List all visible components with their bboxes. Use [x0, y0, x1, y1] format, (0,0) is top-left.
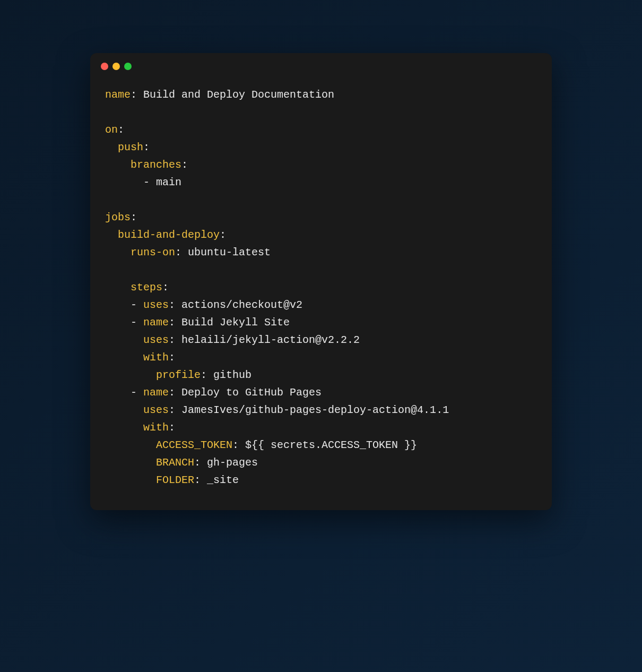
- yaml-key: ACCESS_TOKEN: [156, 439, 232, 451]
- yaml-key: uses: [143, 299, 169, 311]
- yaml-key: name: [105, 89, 131, 101]
- yaml-dash: -: [131, 316, 143, 329]
- yaml-key: BRANCH: [156, 456, 194, 469]
- yaml-value: gh-pages: [207, 456, 258, 469]
- yaml-value: _site: [207, 474, 239, 486]
- yaml-key: jobs: [105, 211, 131, 223]
- yaml-value: Build and Deploy Documentation: [143, 89, 334, 101]
- yaml-key: on: [105, 124, 118, 136]
- yaml-key: profile: [156, 369, 201, 381]
- yaml-value: Build Jekyll Site: [181, 316, 290, 329]
- code-window: name: Build and Deploy Documentation on:…: [90, 53, 552, 510]
- maximize-icon[interactable]: [124, 63, 132, 70]
- yaml-key: name: [143, 386, 169, 399]
- yaml-value: - main: [143, 176, 181, 188]
- yaml-key: steps: [131, 281, 162, 294]
- yaml-key: uses: [143, 334, 169, 346]
- yaml-key: FOLDER: [156, 474, 194, 486]
- yaml-key: build-and-deploy: [118, 229, 220, 241]
- yaml-key: with: [143, 421, 169, 434]
- close-icon[interactable]: [101, 63, 108, 70]
- yaml-value: github: [213, 369, 251, 381]
- yaml-value: Deploy to GitHub Pages: [181, 386, 322, 399]
- yaml-value: ubuntu-latest: [188, 246, 271, 259]
- yaml-value: actions/checkout@v2: [181, 299, 302, 311]
- yaml-value: JamesIves/github-pages-deploy-action@4.1…: [181, 404, 449, 416]
- yaml-key: uses: [143, 404, 169, 416]
- yaml-value: ${{ secrets.ACCESS_TOKEN }}: [245, 439, 417, 451]
- yaml-key: push: [118, 141, 143, 153]
- yaml-key: with: [143, 351, 169, 364]
- yaml-key: runs-on: [131, 246, 175, 259]
- minimize-icon[interactable]: [112, 63, 120, 70]
- yaml-dash: -: [131, 386, 143, 399]
- yaml-dash: -: [131, 299, 143, 311]
- yaml-key: name: [143, 316, 169, 329]
- window-controls: [90, 53, 552, 70]
- yaml-value: helaili/jekyll-action@v2.2.2: [181, 334, 360, 346]
- code-content: name: Build and Deploy Documentation on:…: [90, 70, 552, 510]
- yaml-key: branches: [131, 159, 181, 171]
